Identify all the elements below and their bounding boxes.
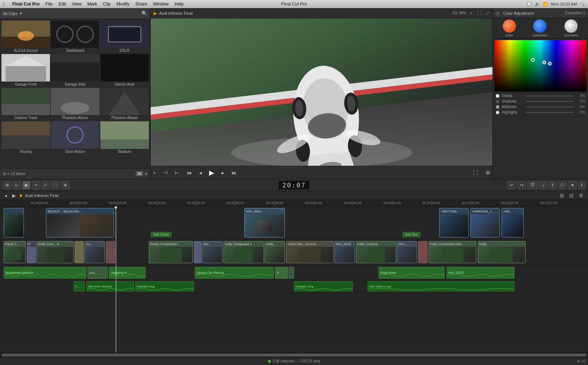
tl-back-btn[interactable]: ◂ (3, 192, 8, 199)
audio-clip[interactable]: MVI_0018 (447, 267, 514, 279)
play-btn[interactable]: ▶ (207, 167, 216, 178)
color-tab-color[interactable]: Color (503, 19, 516, 37)
magnetic-timeline-btn[interactable]: ⊞ (3, 181, 11, 189)
blade-btn[interactable]: ⌑ (42, 181, 49, 189)
audio-clip[interactable]: Sports Car Racing (195, 267, 274, 279)
menu-item-fcp[interactable]: Final Cut Pro (12, 1, 40, 7)
grid-view-icon[interactable]: ≡ (7, 172, 10, 176)
shadows-slider[interactable] (526, 101, 574, 102)
menu-item-help[interactable]: Help (175, 1, 184, 7)
play-timeline-btn[interactable]: ▶ (22, 181, 31, 189)
position-btn[interactable]: ▷ (13, 181, 21, 189)
mark-out-btn[interactable]: ⊢ (173, 168, 182, 177)
status-icon-1[interactable]: ⊞ (577, 359, 580, 363)
tl-play-small-btn[interactable]: ▶ (11, 192, 18, 199)
clip-item[interactable]: ALEXA Sunset (1, 21, 50, 53)
fullscreen-btn[interactable]: ⛶ (471, 168, 480, 177)
clip-block[interactable]: A007C006.. (439, 208, 469, 237)
zoom-select-btn[interactable]: ⊕ (61, 181, 69, 189)
menu-item-modify[interactable]: Modify (116, 1, 129, 7)
effects-btn[interactable]: ★ (568, 181, 577, 189)
audio-clip[interactable]: Jumping in ... (109, 267, 146, 279)
audio-clip[interactable] (288, 267, 294, 279)
clip-block[interactable]: Kelly Composed 2 (223, 241, 264, 263)
clip-block[interactable] (106, 241, 115, 263)
clip-item[interactable]: Outdoor Track (1, 88, 50, 121)
audio-clip[interactable]: S (275, 267, 288, 279)
audio-clip-2[interactable]: Torn Jeans Long (368, 281, 514, 291)
add-to-timeline-btn[interactable]: + (151, 168, 158, 177)
filter-icon[interactable]: ⧉ (145, 172, 147, 176)
clip-block[interactable]: Kelly Com... P... (37, 241, 74, 263)
highlights-slider[interactable] (526, 112, 574, 113)
library-dropdown-arrow[interactable]: ▾ (20, 11, 22, 16)
clip-block[interactable] (4, 208, 24, 237)
clip-block[interactable] (75, 241, 84, 263)
all-button[interactable]: All (136, 171, 143, 176)
tl-zoom-out-btn[interactable]: ⊟ (568, 192, 575, 199)
color-handle-3[interactable] (548, 62, 552, 65)
next-frame-btn[interactable]: ▸ (219, 168, 226, 177)
list-view-icon[interactable]: ⊞ (3, 172, 6, 176)
text-btn[interactable]: T (549, 181, 556, 189)
clip-item[interactable]: Garage Side (51, 54, 99, 87)
zoom-dropdown[interactable]: ▾ (470, 11, 472, 15)
color-handle-2[interactable] (542, 61, 546, 64)
clip-item[interactable]: Phantom Ahead (100, 88, 149, 121)
clip-item[interactable]: Dashboard (51, 21, 99, 53)
clip-item[interactable]: DSLR (100, 21, 149, 53)
menu-item-mark[interactable]: Mark (87, 1, 97, 7)
clip-block[interactable]: Kelly... (478, 241, 526, 263)
clip-block[interactable]: A001C004_101216... (286, 241, 334, 263)
range-select-btn[interactable]: ⬚ (51, 181, 60, 189)
menu-item-clip[interactable]: Clip (103, 1, 111, 7)
menu-item-view[interactable]: View (72, 1, 82, 7)
prev-frame-btn[interactable]: ◂ (197, 168, 204, 177)
redo-btn[interactable]: ↪ (517, 181, 526, 189)
clip-item[interactable]: Interior Audi (100, 54, 149, 87)
color-tab-exposure[interactable]: Exposure (564, 19, 578, 37)
color-gradient[interactable] (494, 40, 587, 92)
audio-btn[interactable]: ♫ (539, 181, 547, 189)
trim-btn[interactable]: ✂ (32, 181, 40, 189)
clip-item[interactable]: Racing (1, 121, 50, 154)
clip-block[interactable]: A00.. (502, 208, 524, 237)
clip-block[interactable]: Kelly Compos... (356, 241, 396, 263)
step-back-btn[interactable]: ⏮ (184, 168, 194, 177)
clip-block[interactable]: Kelly... (265, 241, 285, 263)
clip-block[interactable]: Pauly C... (4, 241, 26, 263)
timeline-scrollbar[interactable] (0, 353, 588, 357)
tl-zoom-in-btn[interactable]: ⊞ (558, 192, 566, 199)
clip-block[interactable] (418, 241, 427, 263)
clip-block[interactable]: MVI_0001 (244, 208, 285, 237)
settings-btn[interactable]: ⚙ (483, 168, 492, 177)
clip-block[interactable]: MVI_... (397, 241, 417, 263)
audio-clip-2[interactable]: Catwalk Long (135, 281, 194, 291)
text-annotation-testdriver[interactable]: Test Driver (151, 232, 172, 237)
text-annotation-subtext[interactable]: Sub Text (402, 232, 420, 237)
fullscreen-icon[interactable]: ⛶ (477, 10, 482, 16)
clip-block[interactable]: Au... (85, 241, 105, 263)
audio-clip-2[interactable]: T... (74, 281, 85, 291)
menu-item-edit[interactable]: Edit (58, 1, 66, 7)
audio-clip[interactable]: Breakbeat Medium (4, 267, 86, 279)
global-slider[interactable] (526, 96, 574, 96)
clip-block[interactable]: MVI_0023 (334, 241, 355, 263)
menu-item-share[interactable]: Share (135, 1, 147, 7)
clip-block[interactable]: Pauly Composed 1 (149, 241, 193, 263)
menu-item-window[interactable]: Window (153, 1, 169, 7)
audio-clip-2[interactable]: Star Drive Rumble (86, 281, 134, 291)
audio-clip[interactable]: Drag Race (379, 267, 445, 279)
info-btn[interactable]: ℹ (578, 181, 585, 189)
menu-item-file[interactable]: File (46, 1, 53, 7)
step-fwd-btn[interactable]: ⏭ (229, 168, 239, 177)
clip-block[interactable]: A008C004_1.. (470, 208, 500, 237)
clip-item[interactable]: Stadium (100, 121, 149, 154)
clip-block[interactable]: M (27, 241, 36, 263)
undo-btn[interactable]: ↩ (508, 181, 516, 189)
status-icon-2[interactable]: ⊟ (582, 359, 585, 363)
clip-block[interactable]: B014C0... B014C006... (46, 208, 114, 237)
tl-settings-btn[interactable]: ⚙ (577, 192, 585, 199)
transition-btn[interactable]: ⬡ (558, 181, 567, 189)
midtones-slider[interactable] (526, 107, 574, 107)
